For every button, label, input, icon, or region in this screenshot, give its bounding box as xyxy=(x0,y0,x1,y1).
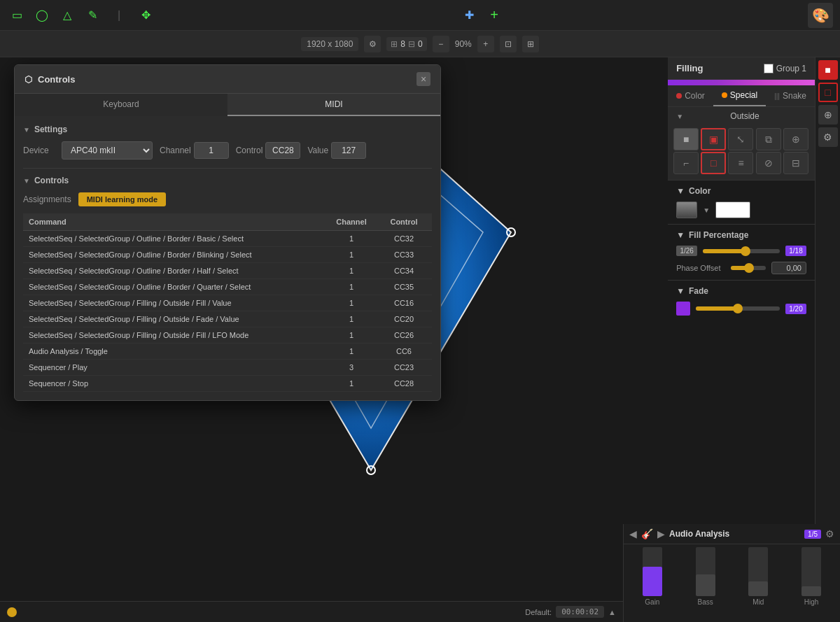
controls-section: ▼ Controls Assignments MIDI learning mod… xyxy=(23,168,432,392)
resolution-settings-btn[interactable]: ⚙ xyxy=(364,36,381,52)
mid-bar xyxy=(748,547,768,596)
ig-btn-pattern[interactable]: ⊟ xyxy=(783,152,808,174)
toolbar-plus-icon[interactable]: + xyxy=(484,6,504,25)
toolbar-rect-icon[interactable]: ▭ xyxy=(7,6,27,25)
tab-midi[interactable]: MIDI xyxy=(227,94,440,116)
midi-learning-btn[interactable]: MIDI learning mode xyxy=(78,192,166,206)
channel-input[interactable] xyxy=(194,142,229,159)
default-label: Default: xyxy=(525,608,552,616)
zoom-level: 90% xyxy=(455,39,472,49)
table-row[interactable]: Audio Analysis / Toggle 1 CC6 xyxy=(23,344,432,360)
fade-section: ▼ Fade 1/20 xyxy=(668,281,815,321)
gain-fill xyxy=(643,567,662,596)
value-field: Value xyxy=(307,142,366,159)
channel-icon: ⊞ xyxy=(391,39,398,49)
offset-value: 0 xyxy=(418,39,423,49)
phase-row: Phase Offset 0,00 xyxy=(676,262,806,274)
zoom-in-btn[interactable]: + xyxy=(477,36,494,52)
fade-section-title[interactable]: ▼ Fade xyxy=(676,286,806,296)
ig-btn-expand[interactable]: ⤡ xyxy=(728,128,753,150)
ig-btn-rect-outline[interactable]: □ xyxy=(701,152,726,174)
ig-btn-corner[interactable]: ⌐ xyxy=(673,152,699,174)
fade-color-swatch[interactable] xyxy=(676,302,690,316)
table-cell-command: Sequencer / Play xyxy=(23,360,327,376)
outside-label: Outside xyxy=(730,111,759,121)
rp-icon-layers[interactable]: ⊕ xyxy=(818,105,838,125)
toolbar-pen-icon[interactable]: ✎ xyxy=(83,6,102,25)
offset-icon: ⊟ xyxy=(408,39,415,49)
color-tab-label: Color xyxy=(685,91,705,101)
table-row[interactable]: SelectedSeq / SelectedGroup / Filling / … xyxy=(23,327,432,344)
ig-btn-hatch[interactable]: ⊘ xyxy=(756,152,781,174)
group-name: Group 1 xyxy=(776,64,806,73)
color-section-title[interactable]: ▼ Color xyxy=(676,186,806,196)
toolbar-circle-icon[interactable]: ◯ xyxy=(32,6,52,25)
table-row[interactable]: SelectedSeq / SelectedGroup / Outline / … xyxy=(23,247,432,263)
zoom-out-btn[interactable]: − xyxy=(433,36,449,52)
ig-btn-lines[interactable]: ≡ xyxy=(728,152,753,174)
fill-percentage-title[interactable]: ▼ Fill Percentage xyxy=(676,230,806,240)
fade-slider[interactable] xyxy=(696,306,780,311)
table-row[interactable]: Sequencer / Stop 1 CC28 xyxy=(23,376,432,392)
toolbar-app-icon[interactable]: 🎨 xyxy=(808,3,833,28)
rp-icon-border-rect[interactable]: □ xyxy=(818,83,838,102)
ig-btn-square[interactable]: ■ xyxy=(673,128,699,150)
gain-label: Gain xyxy=(645,598,659,606)
audio-nav-next[interactable]: ▶ xyxy=(657,528,665,539)
high-fill xyxy=(802,586,821,596)
device-select[interactable]: APC40 mkII xyxy=(62,141,153,160)
ig-btn-border[interactable]: ▣ xyxy=(701,128,726,150)
table-row[interactable]: SelectedSeq / SelectedGroup / Outline / … xyxy=(23,231,432,247)
fade-value: 1/20 xyxy=(785,304,806,314)
ig-btn-layers[interactable]: ⊕ xyxy=(783,128,808,150)
table-cell-channel: 1 xyxy=(327,327,376,344)
control-input[interactable] xyxy=(265,142,300,159)
table-row[interactable]: SelectedSeq / SelectedGroup / Outline / … xyxy=(23,279,432,295)
ig-btn-copy[interactable]: ⧉ xyxy=(756,128,781,150)
color-swatch-white[interactable] xyxy=(715,202,750,218)
table-cell-control: CC33 xyxy=(376,247,432,263)
audio-gear-btn[interactable]: ⚙ xyxy=(825,528,834,539)
color-swatch-gradient[interactable] xyxy=(676,202,697,218)
toolbar-magnet-icon[interactable]: ✚ xyxy=(459,6,479,25)
audio-nav-prev[interactable]: ◀ xyxy=(629,528,637,539)
table-row[interactable]: SelectedSeq / SelectedGroup / Filling / … xyxy=(23,311,432,327)
outside-arrow[interactable]: ▼ xyxy=(676,113,683,120)
rp-icon-settings[interactable]: ⚙ xyxy=(818,127,838,147)
controls-icon: ⬡ xyxy=(24,74,32,85)
tab-snake[interactable]: ||| Snake xyxy=(766,86,815,106)
table-cell-channel: 1 xyxy=(327,344,376,360)
table-cell-command: SelectedSeq / SelectedGroup / Filling / … xyxy=(23,327,327,344)
color-arrow[interactable]: ▼ xyxy=(703,206,710,214)
toolbar-triangle-icon[interactable]: △ xyxy=(57,6,77,25)
table-row[interactable]: Sequencer / Play 3 CC23 xyxy=(23,360,432,376)
color-section: ▼ Color ▼ xyxy=(668,181,815,225)
settings-header[interactable]: ▼ Settings xyxy=(23,125,432,134)
tab-keyboard[interactable]: Keyboard xyxy=(15,94,227,116)
col-header-control: Control xyxy=(376,213,432,231)
mid-fill xyxy=(748,581,768,596)
mid-label: Mid xyxy=(752,598,764,606)
rp-icon-close[interactable]: ■ xyxy=(818,60,838,80)
dialog-close-btn[interactable]: × xyxy=(416,72,430,86)
phase-slider[interactable] xyxy=(731,266,766,270)
expand-btn[interactable]: ⊞ xyxy=(522,36,539,52)
tab-color[interactable]: Color xyxy=(668,86,713,106)
midi-table: Command Channel Control SelectedSeq / Se… xyxy=(23,213,432,392)
audio-header: ◀ 🎸 ▶ Audio Analysis 1/5 ⚙ xyxy=(624,524,840,544)
high-label: High xyxy=(804,598,819,606)
controls-section-header[interactable]: ▼ Controls xyxy=(23,176,432,185)
fill-slider[interactable] xyxy=(703,249,780,253)
table-cell-channel: 1 xyxy=(327,247,376,263)
tab-special[interactable]: Special xyxy=(713,85,766,106)
table-cell-command: SelectedSeq / SelectedGroup / Outline / … xyxy=(23,279,327,295)
toolbar-transform-icon[interactable]: ✥ xyxy=(136,6,155,25)
settings-row: Device APC40 mkII Channel Control Value xyxy=(23,141,432,160)
table-cell-channel: 3 xyxy=(327,360,376,376)
table-row[interactable]: SelectedSeq / SelectedGroup / Filling / … xyxy=(23,295,432,311)
table-row[interactable]: SelectedSeq / SelectedGroup / Outline / … xyxy=(23,263,432,279)
snake-tab-label: Snake xyxy=(783,91,806,101)
snake-tab-icon: ||| xyxy=(774,92,780,100)
fit-btn[interactable]: ⊡ xyxy=(500,36,517,52)
value-input[interactable] xyxy=(331,142,366,159)
